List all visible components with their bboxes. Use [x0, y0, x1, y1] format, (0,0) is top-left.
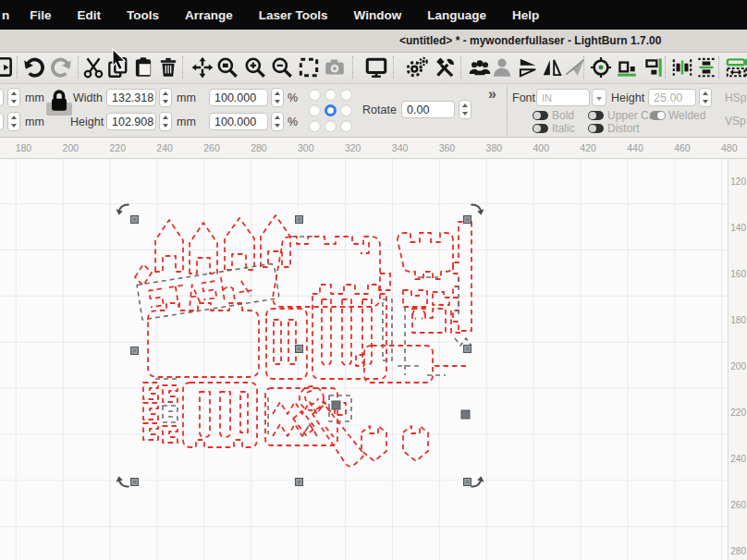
- menu-item[interactable]: File: [17, 8, 64, 22]
- toolbar-separator: [507, 86, 508, 135]
- ruler-tick-label: 340: [376, 138, 423, 158]
- anchor-dot[interactable]: [309, 104, 321, 116]
- text-height-stepper[interactable]: [699, 88, 712, 107]
- more-options-chevron[interactable]: »: [488, 86, 496, 103]
- lock-aspect-icon[interactable]: [47, 86, 71, 118]
- selection-handle-bottom-middle[interactable]: [295, 478, 303, 486]
- height-percent-stepper[interactable]: [271, 112, 284, 131]
- height-unit-label: mm: [177, 116, 196, 128]
- ruler-tick-label: 240: [729, 435, 747, 481]
- selection-handle-center[interactable]: [295, 345, 303, 353]
- y-position-input[interactable]: [0, 113, 4, 130]
- frame-selection-icon[interactable]: [297, 55, 321, 79]
- zoom-in-icon[interactable]: [243, 55, 267, 79]
- cut-artwork[interactable]: [0, 159, 747, 560]
- window-title: <untitled> * - mywonderfullaser - LightB…: [399, 30, 661, 52]
- menu-item[interactable]: Arrange: [172, 8, 246, 22]
- height-percent-input[interactable]: 100.000: [209, 113, 268, 130]
- distribute-vertical-icon[interactable]: [694, 55, 718, 79]
- ruler-tick-label: 480: [705, 138, 747, 158]
- italic-label: Italic: [552, 122, 575, 135]
- ruler-tick-label: 260: [189, 138, 236, 158]
- toolbar-separator: [17, 56, 18, 79]
- flip-vertical-icon[interactable]: [516, 55, 540, 79]
- rotate-handle-bottom-left-icon[interactable]: [115, 469, 135, 490]
- distort-toggle[interactable]: [588, 124, 604, 133]
- anchor-dot[interactable]: [340, 120, 352, 132]
- menu-item[interactable]: Help: [499, 8, 552, 22]
- toolbar-separator: [665, 56, 666, 79]
- vertical-spacing-icon[interactable]: [742, 55, 747, 79]
- ruler-tick-label: 220: [729, 389, 747, 435]
- width-percent-stepper[interactable]: [271, 88, 284, 107]
- bold-toggle[interactable]: [533, 111, 548, 120]
- settings-icon[interactable]: [405, 55, 429, 79]
- anchor-dot[interactable]: [325, 120, 337, 132]
- anchor-dot[interactable]: [325, 89, 337, 101]
- menu-item[interactable]: Laser Tools: [246, 8, 341, 22]
- anchor-point-grid[interactable]: [309, 89, 353, 133]
- font-combo[interactable]: IN Alternate: [536, 89, 590, 106]
- align-bottom-icon[interactable]: [615, 55, 639, 79]
- width-input[interactable]: 132.318: [106, 89, 156, 106]
- width-percent-input[interactable]: 100.000: [209, 89, 268, 106]
- menu-item[interactable]: Edit: [65, 8, 115, 22]
- redo-icon[interactable]: [49, 55, 73, 79]
- menu-item[interactable]: Window: [341, 8, 415, 22]
- anchor-dot[interactable]: [340, 89, 352, 101]
- camera-icon[interactable]: [323, 55, 347, 79]
- italic-toggle[interactable]: [533, 124, 548, 133]
- menu-item[interactable]: Tools: [114, 8, 172, 22]
- user-icon[interactable]: [490, 55, 514, 79]
- selection-handle-top-middle[interactable]: [295, 215, 303, 224]
- rotate-stepper[interactable]: [459, 100, 471, 119]
- anchor-dot[interactable]: [309, 89, 321, 101]
- x-position-stepper[interactable]: [7, 88, 20, 107]
- paste-icon[interactable]: [131, 55, 155, 79]
- toolbar-separator: [718, 56, 719, 79]
- text-height-input[interactable]: 25.00: [648, 89, 696, 106]
- ruler-tick-label: 440: [612, 138, 659, 158]
- upper-case-toggle[interactable]: [588, 111, 604, 120]
- anchor-dot[interactable]: [340, 104, 352, 116]
- ruler-tick-label: 400: [518, 138, 565, 158]
- rotate-handle-top-right-icon[interactable]: [465, 201, 485, 222]
- hspace-label: HSp: [725, 91, 746, 104]
- selection-handle-middle-left[interactable]: [130, 347, 139, 355]
- zoom-to-page-icon[interactable]: [215, 55, 239, 79]
- machine-settings-icon[interactable]: [433, 55, 457, 79]
- anchor-dot-selected[interactable]: [325, 104, 337, 116]
- zoom-out-icon[interactable]: [270, 55, 294, 79]
- focus-icon[interactable]: [589, 55, 613, 79]
- menu-item[interactable]: Language: [414, 8, 499, 22]
- rotate-input[interactable]: 0.00: [401, 101, 455, 118]
- ruler-tick-label: 160: [729, 251, 747, 298]
- distribute-horizontal-icon[interactable]: [670, 55, 694, 79]
- x-position-input[interactable]: [0, 89, 4, 106]
- selection-handle-middle-right[interactable]: [463, 345, 471, 353]
- preview-icon[interactable]: [364, 55, 388, 79]
- anchor-dot[interactable]: [309, 120, 321, 132]
- y-unit-label: mm: [25, 116, 44, 128]
- undo-icon[interactable]: [22, 55, 46, 79]
- rotate-handle-top-left-icon[interactable]: [115, 201, 135, 222]
- height-input[interactable]: 102.908: [106, 113, 156, 130]
- y-position-stepper[interactable]: [7, 112, 20, 131]
- cut-icon[interactable]: [81, 55, 105, 79]
- ruler-tick-label: 220: [94, 138, 141, 158]
- width-stepper[interactable]: [159, 88, 172, 107]
- rotate-handle-bottom-right-icon[interactable]: [465, 469, 485, 490]
- app-menu-partial[interactable]: n: [0, 8, 17, 22]
- pan-icon[interactable]: [190, 55, 214, 79]
- height-stepper[interactable]: [159, 112, 172, 131]
- flip-horizontal-icon[interactable]: [540, 55, 564, 79]
- import-icon[interactable]: [0, 55, 15, 79]
- delete-icon[interactable]: [156, 55, 180, 79]
- team-icon[interactable]: [468, 55, 492, 79]
- font-combo-dropdown-icon[interactable]: [592, 89, 606, 106]
- ruler-tick-label: 320: [329, 138, 376, 158]
- lightburn-window: { "window": { "title": "<untitled> * - m…: [0, 0, 747, 560]
- align-right-icon[interactable]: [641, 55, 665, 79]
- workspace-canvas[interactable]: [0, 159, 747, 560]
- welded-toggle[interactable]: [650, 111, 666, 120]
